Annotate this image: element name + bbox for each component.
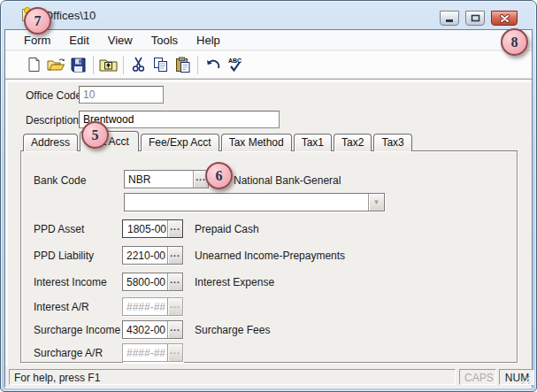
interest-income-browse-button[interactable]: ... [167, 273, 182, 290]
new-icon [27, 57, 42, 73]
surcharge-ar-field: ####-## ... [122, 343, 183, 362]
cut-icon [132, 57, 145, 73]
callout-8: 8 [501, 28, 528, 56]
surcharge-income-field[interactable]: 4302-00 ... [122, 320, 183, 339]
open-button[interactable] [45, 54, 67, 76]
paste-icon [175, 57, 190, 73]
maximize-icon [471, 14, 480, 22]
menu-view[interactable]: View [103, 32, 138, 49]
close-button[interactable] [491, 11, 518, 26]
spell-check-button[interactable]: ABC [224, 54, 246, 76]
surcharge-income-description: Surcharge Fees [195, 324, 270, 336]
undo-icon [205, 58, 221, 71]
close-icon [500, 14, 510, 23]
surcharge-income-browse-button[interactable]: ... [167, 321, 182, 338]
ppd-liability-value[interactable]: 2210-00 [123, 247, 167, 264]
menu-bar: Form Edit View Tools Help [5, 30, 532, 50]
bank-dropdown-value [125, 194, 368, 211]
interest-income-field[interactable]: 5800-00 ... [122, 273, 183, 291]
ppd-asset-label: PPD Asset [34, 223, 84, 235]
description-label: Description [26, 114, 79, 127]
ppd-liability-label: PPD Liability [34, 250, 94, 262]
surcharge-income-label: Surcharge Income [34, 324, 120, 336]
interest-ar-browse-button: ... [167, 298, 182, 315]
app-window: Offices\10 Form Edit View Tools Help [0, 0, 537, 392]
ppd-liability-browse-button[interactable]: ... [167, 247, 182, 264]
undo-button[interactable] [202, 54, 224, 76]
folder-up-icon [99, 58, 118, 73]
bank-code-field[interactable]: NBR ... [124, 170, 209, 188]
toolbar-separator [93, 56, 94, 74]
surcharge-income-value[interactable]: 4302-00 [123, 321, 167, 338]
tab-tax3[interactable]: Tax3 [373, 134, 411, 151]
copy-icon [153, 57, 168, 73]
bank-code-description: National Bank-General [234, 174, 341, 187]
caps-indicator: CAPS [459, 369, 496, 385]
surcharge-ar-value: ####-## [123, 344, 167, 361]
menu-edit[interactable]: Edit [64, 32, 94, 49]
callout-6: 6 [205, 162, 233, 189]
ppd-liability-description: Unearned Income-Prepayments [195, 250, 345, 262]
callout-7: 7 [24, 7, 51, 35]
surcharge-ar-browse-button: ... [167, 344, 182, 361]
window-title: Offices\10 [44, 9, 96, 22]
toolbar-separator [197, 56, 198, 74]
cut-button[interactable] [127, 54, 150, 76]
ppd-asset-description: Prepaid Cash [195, 223, 259, 235]
surcharge-ar-label: Surcharge A/R [34, 347, 103, 359]
office-code-label: Office Code [26, 89, 81, 102]
bank-code-value[interactable]: NBR [125, 171, 193, 188]
paste-button[interactable] [172, 54, 194, 76]
interest-income-label: Interest Income [34, 276, 107, 288]
interest-ar-field: ####-## ... [122, 297, 183, 316]
bank-dropdown[interactable]: ▼ [124, 193, 385, 211]
office-code-field[interactable]: 10 [79, 86, 164, 104]
menu-help[interactable]: Help [191, 32, 226, 49]
interest-income-description: Interest Expense [195, 276, 274, 288]
folder-up-button[interactable] [97, 54, 119, 76]
chevron-down-icon[interactable]: ▼ [368, 194, 384, 211]
ppd-asset-value: 1805-00 [127, 223, 166, 237]
menu-tools[interactable]: Tools [146, 32, 183, 49]
maximize-button[interactable] [465, 11, 485, 26]
ppd-liability-field[interactable]: 2210-00 ... [122, 246, 183, 265]
minimize-button[interactable] [440, 11, 459, 26]
tab-fee-exp-acct[interactable]: Fee/Exp Acct [141, 134, 219, 151]
open-icon [47, 58, 65, 73]
interest-ar-value: ####-## [123, 298, 167, 315]
spell-check-icon: ABC [227, 57, 243, 73]
status-bar: For help, press F1 CAPS NUM [5, 366, 532, 388]
callout-5: 5 [81, 121, 109, 149]
bank-code-label: Bank Code [34, 174, 86, 187]
save-icon [71, 58, 86, 73]
tab-tax2[interactable]: Tax2 [334, 134, 372, 151]
toolbar: ABC [5, 51, 532, 79]
tab-tax1[interactable]: Tax1 [294, 134, 332, 151]
screenshot-root: Offices\10 Form Edit View Tools Help [0, 0, 537, 392]
toolbar-separator [123, 56, 124, 74]
minimize-icon [445, 14, 454, 22]
description-field[interactable]: Brentwood [79, 111, 280, 128]
tab-tax-method[interactable]: Tax Method [221, 134, 292, 151]
ppd-asset-field[interactable]: 1805-00 ... [122, 219, 183, 238]
status-message: For help, press F1 [9, 369, 456, 385]
save-button[interactable] [67, 54, 89, 76]
interest-income-value[interactable]: 5800-00 [123, 273, 167, 290]
copy-button[interactable] [150, 54, 172, 76]
tab-address[interactable]: Address [23, 134, 78, 151]
gl-acct-panel: Bank Code NBR ... National Bank-General … [20, 150, 518, 363]
new-button[interactable] [23, 54, 45, 76]
ppd-asset-browse-button[interactable]: ... [167, 220, 182, 237]
interest-ar-label: Interest A/R [34, 301, 89, 313]
